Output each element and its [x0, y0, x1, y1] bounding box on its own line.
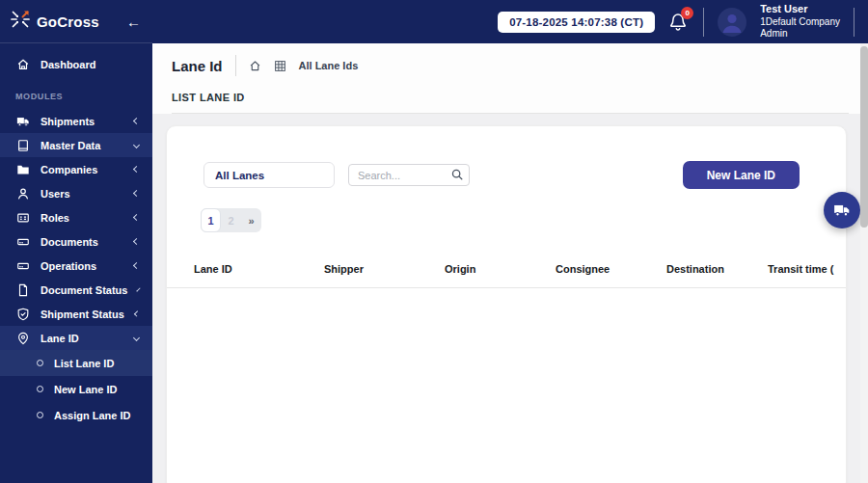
notifications-button[interactable]: 0 — [668, 12, 690, 33]
bullet-circle-icon — [37, 386, 43, 392]
chevron-down-icon — [133, 335, 140, 341]
avatar[interactable] — [718, 8, 746, 37]
id-card-icon — [16, 211, 30, 225]
book-icon — [16, 139, 30, 152]
column-header-consignee: Consignee — [556, 263, 666, 275]
sidebar-item-document-status[interactable]: Document Status — [0, 278, 152, 302]
table-header-row: Lane ID Shipper Origin Consignee Destina… — [167, 263, 846, 288]
notification-badge: 0 — [681, 7, 693, 19]
bullet-circle-icon — [37, 360, 43, 366]
pagination-page-1[interactable]: 1 — [201, 208, 221, 232]
modules-section-label: MODULES — [0, 78, 152, 109]
page-title: Lane Id — [172, 58, 223, 74]
sidebar-item-label: Shipments — [41, 116, 95, 127]
lanes-filter-select[interactable]: All Lanes — [203, 162, 335, 188]
column-header-destination: Destination — [666, 263, 768, 275]
sidebar-item-label: Shipment Status — [41, 309, 124, 320]
sidebar-item-label: Companies — [41, 164, 97, 175]
sidebar: GoCross ← Dashboard MODULES Shipments Ma… — [0, 0, 152, 483]
column-header-lane-id: Lane ID — [194, 263, 324, 275]
section-title: LIST LANE ID — [172, 78, 849, 113]
drive-icon — [16, 235, 30, 249]
sidebar-item-label: Master Data — [41, 140, 100, 151]
chevron-left-icon — [133, 166, 140, 173]
chevron-left-icon — [133, 214, 140, 221]
bell-icon — [668, 19, 688, 36]
sidebar-item-operations[interactable]: Operations — [0, 254, 152, 278]
sidebar-item-label: Operations — [41, 260, 96, 272]
scrollbar-track[interactable] — [860, 43, 868, 483]
chevron-left-icon — [133, 190, 140, 197]
section-divider — [172, 113, 849, 114]
brand-logo-icon — [10, 9, 31, 34]
header-divider — [703, 8, 704, 37]
filter-value: All Lanes — [215, 170, 264, 181]
search-icon[interactable] — [450, 168, 464, 185]
brand-name: GoCross — [37, 13, 99, 30]
chevron-left-icon — [133, 262, 140, 269]
file-icon — [16, 283, 30, 297]
logo-row: GoCross ← — [0, 0, 152, 43]
chevron-down-icon — [133, 142, 140, 148]
datetime-display: 07-18-2025 14:07:38 (CT) — [498, 12, 655, 33]
header-divider — [854, 8, 854, 37]
chevron-left-icon — [134, 310, 141, 317]
sidebar-subitem-label: Assign Lane ID — [54, 410, 130, 421]
user-name: Test User — [760, 3, 840, 16]
title-divider — [235, 55, 236, 76]
shield-check-icon — [16, 308, 30, 321]
drive-icon — [16, 259, 30, 273]
new-lane-id-button[interactable]: New Lane ID — [683, 161, 800, 189]
user-info[interactable]: Test User 1Default Company Admin — [760, 3, 840, 40]
sidebar-item-companies[interactable]: Companies — [0, 157, 152, 181]
sidebar-item-documents[interactable]: Documents — [0, 229, 152, 254]
chevron-left-icon — [133, 118, 140, 124]
column-header-transit-time: Transit time ( — [768, 263, 846, 275]
sidebar-item-dashboard[interactable]: Dashboard — [0, 51, 152, 78]
sidebar-item-label: Dashboard — [41, 59, 95, 70]
shipments-fab-button[interactable] — [824, 192, 860, 228]
sidebar-subitem-new-lane-id[interactable]: New Lane ID — [0, 376, 152, 402]
chevron-left-icon — [133, 238, 140, 245]
sidebar-subitem-list-lane-id[interactable]: List Lane ID — [0, 350, 152, 376]
pagination-next-icon[interactable]: » — [241, 208, 261, 232]
sidebar-subitem-label: List Lane ID — [54, 358, 114, 369]
column-header-shipper: Shipper — [324, 263, 445, 275]
scrollbar-thumb[interactable] — [860, 46, 868, 228]
sidebar-item-label: Documents — [41, 236, 98, 248]
sidebar-item-shipment-status[interactable]: Shipment Status — [0, 302, 152, 326]
sidebar-item-label: Document Status — [41, 284, 127, 296]
user-role: Admin — [760, 28, 840, 40]
home-icon[interactable] — [249, 60, 261, 72]
column-header-origin: Origin — [445, 263, 556, 275]
sidebar-item-users[interactable]: Users — [0, 181, 152, 205]
pagination-page-2[interactable]: 2 — [221, 208, 241, 232]
user-company: 1Default Company — [760, 16, 840, 29]
sidebar-subitem-assign-lane-id[interactable]: Assign Lane ID — [0, 402, 152, 428]
sidebar-item-master-data[interactable]: Master Data — [0, 133, 152, 157]
main-content: Lane Id All Lane Ids LIST LANE ID All La… — [152, 43, 868, 483]
page-header: Lane Id All Lane Ids LIST LANE ID — [152, 43, 868, 114]
sidebar-item-roles[interactable]: Roles — [0, 205, 152, 229]
folder-icon — [16, 163, 30, 176]
sidebar-collapse-arrow-icon[interactable]: ← — [126, 14, 141, 29]
list-card: All Lanes New Lane ID 1 2 » Lane ID Ship… — [166, 125, 847, 483]
home-icon — [16, 58, 30, 71]
sidebar-item-label: Roles — [41, 212, 69, 224]
chevron-left-icon — [137, 287, 141, 291]
location-pin-icon — [16, 332, 30, 345]
grid-icon[interactable] — [274, 60, 286, 72]
truck-icon — [16, 115, 30, 128]
sidebar-item-lane-id[interactable]: Lane ID — [0, 326, 152, 350]
sidebar-subitem-label: New Lane ID — [54, 384, 117, 395]
bullet-circle-icon — [37, 412, 43, 418]
card-toolbar: All Lanes New Lane ID — [167, 161, 846, 189]
user-icon — [16, 187, 30, 201]
sidebar-item-label: Lane ID — [41, 333, 79, 344]
pagination: 1 2 » — [201, 208, 261, 232]
truck-icon — [833, 201, 851, 219]
sidebar-item-label: Users — [41, 188, 70, 200]
breadcrumb[interactable]: All Lane Ids — [299, 60, 359, 71]
sidebar-item-shipments[interactable]: Shipments — [0, 109, 152, 133]
